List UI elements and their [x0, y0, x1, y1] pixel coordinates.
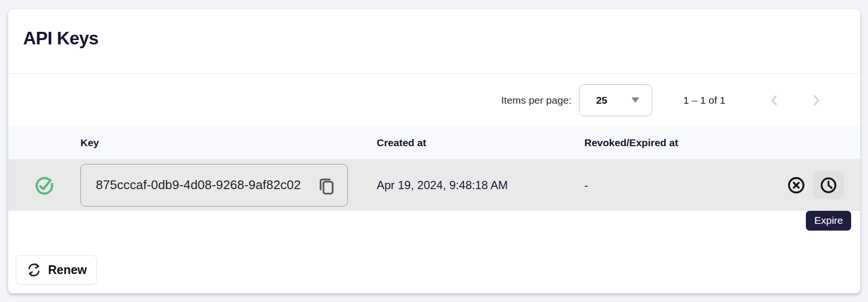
page-size-value: 25: [596, 95, 607, 106]
revoked-expired-at-cell: -: [584, 178, 750, 192]
card-title-block: API Keys: [8, 9, 860, 73]
status-cell: [8, 175, 80, 196]
previous-page-button[interactable]: [763, 89, 786, 112]
x-circle-icon: [787, 176, 806, 195]
page-size-select[interactable]: 25: [579, 84, 652, 116]
page-range-label: 1 – 1 of 1: [683, 95, 725, 106]
expire-tooltip: Expire: [806, 211, 851, 231]
table-row: 875cccaf-0db9-4d08-9268-9af82c02 Apr 19,…: [8, 159, 860, 211]
renew-button[interactable]: Renew: [16, 255, 97, 285]
renew-button-label: Renew: [48, 263, 87, 277]
copy-icon: [316, 175, 337, 196]
card-footer: Renew: [8, 211, 860, 293]
header-cell-revoked-expired-at: Revoked/Expired at: [584, 137, 750, 149]
created-at-cell: Apr 19, 2024, 9:48:18 AM: [377, 178, 584, 192]
api-key-value: 875cccaf-0db9-4d08-9268-9af82c02: [96, 178, 301, 192]
expire-button[interactable]: [813, 171, 844, 199]
header-cell-key: Key: [80, 137, 377, 149]
paginator: Items per page: 25 1 – 1 of 1: [8, 73, 860, 126]
chevron-left-icon: [767, 93, 782, 108]
header-cell-created-at: Created at: [377, 137, 584, 149]
clock-icon: [819, 176, 838, 195]
check-circle-icon: [34, 175, 55, 196]
table-header-row: Key Created at Revoked/Expired at: [8, 126, 860, 159]
key-cell: 875cccaf-0db9-4d08-9268-9af82c02: [80, 164, 377, 206]
row-actions: [750, 171, 860, 199]
refresh-icon: [26, 262, 42, 278]
chevron-right-icon: [808, 93, 824, 108]
items-per-page-label: Items per page:: [501, 95, 572, 106]
copy-button[interactable]: [316, 175, 337, 196]
api-keys-card: API Keys Items per page: 25 1 – 1 of 1: [8, 9, 860, 293]
revoke-button[interactable]: [786, 175, 807, 196]
next-page-button[interactable]: [804, 89, 828, 112]
api-key-box: 875cccaf-0db9-4d08-9268-9af82c02: [80, 164, 348, 206]
dropdown-caret-icon: [631, 97, 639, 103]
page-title: API Keys: [23, 28, 860, 49]
